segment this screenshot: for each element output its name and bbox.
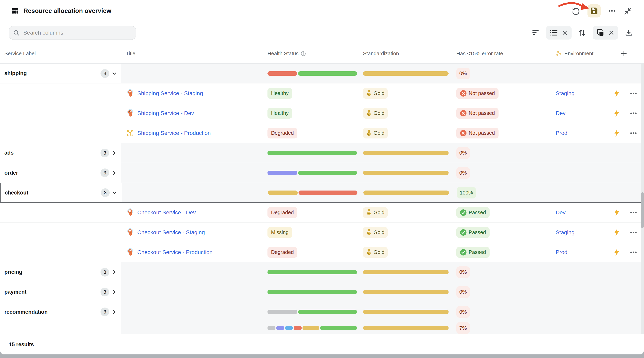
row-actions-cell [604, 203, 644, 222]
copy-cards-icon[interactable] [596, 29, 604, 37]
environment-link[interactable]: Dev [556, 110, 566, 116]
row-menu-icon[interactable] [629, 89, 638, 97]
error-rate-percent: 100% [457, 187, 476, 198]
octopus-avatar-icon [126, 208, 134, 217]
title-cell: Shipping Service - Production [122, 123, 265, 143]
view-list-icon[interactable] [550, 29, 558, 37]
undo-button[interactable] [572, 6, 581, 15]
standardization-cell [361, 183, 452, 202]
collapse-window-button[interactable] [623, 6, 632, 15]
chevron-right-icon[interactable] [111, 309, 117, 315]
sort-button[interactable] [578, 28, 587, 37]
standardization-bar [363, 326, 448, 330]
service-label-cell[interactable]: order3 [0, 163, 122, 183]
service-label-cell[interactable]: ads3 [0, 143, 122, 163]
octopus-avatar-icon [126, 109, 134, 118]
save-button[interactable] [588, 4, 600, 17]
medal-icon [366, 130, 372, 137]
bar-segment-red [294, 326, 302, 330]
service-title-link[interactable]: Checkout Service - Dev [137, 209, 196, 216]
chevron-down-icon[interactable] [111, 71, 117, 76]
environment-link[interactable]: Dev [556, 209, 566, 216]
environment-cell [554, 183, 604, 202]
service-title-link[interactable]: Checkout Service - Staging [137, 229, 205, 236]
health-status-badge: Degraded [268, 128, 297, 139]
group-row-ads: ads30% [0, 143, 644, 163]
error-rate-cell: 0% [452, 64, 554, 83]
environment-cell: Staging [554, 83, 604, 103]
environment-link[interactable]: Prod [556, 249, 568, 255]
health-distribution-bar [268, 290, 357, 294]
chevron-down-icon[interactable] [112, 190, 118, 196]
search-input[interactable] [23, 29, 127, 36]
tier-label: Gold [374, 229, 384, 235]
standardization-bar [363, 290, 448, 294]
service-title-link[interactable]: Checkout Service - Production [137, 249, 212, 255]
row-actions-cell [604, 83, 644, 103]
tier-label: Gold [374, 110, 384, 116]
service-label-cell[interactable]: pricing3 [0, 262, 122, 282]
medal-icon [366, 209, 372, 216]
add-column-header[interactable] [604, 44, 644, 63]
row-menu-icon[interactable] [629, 228, 638, 236]
service-label-cell[interactable]: recommendation3 [0, 302, 122, 322]
clear-group-icon[interactable] [608, 30, 614, 36]
lightning-icon[interactable] [614, 129, 620, 137]
group-count-badge: 3 [101, 188, 110, 197]
service-title-link[interactable]: Shipping Service - Production [137, 130, 211, 136]
environment-cell [554, 64, 604, 83]
standardization-cell [360, 302, 452, 322]
bar-segment-gray [268, 310, 297, 314]
health-status-cell: Degraded [265, 123, 360, 143]
lightning-icon[interactable] [614, 248, 620, 256]
bar-segment-green [320, 326, 357, 330]
lightning-icon[interactable] [614, 228, 620, 236]
lightning-icon[interactable] [614, 89, 620, 97]
environment-cell [554, 302, 604, 322]
row-menu-icon[interactable] [629, 109, 638, 117]
row-menu-icon[interactable] [629, 248, 638, 256]
chevron-right-icon[interactable] [111, 150, 117, 156]
error-rate-percent: 0% [456, 266, 470, 278]
group-row-pricing: pricing30% [0, 262, 644, 282]
check-label: Passed [469, 249, 486, 255]
check-label: Not passed [469, 90, 495, 96]
search-box[interactable] [9, 26, 136, 40]
chevron-right-icon[interactable] [111, 269, 117, 275]
service-label-cell[interactable]: payment3 [0, 282, 122, 302]
check-circle-icon [460, 229, 467, 236]
filter-button[interactable] [531, 28, 540, 37]
error-rate-percent: 0% [456, 286, 470, 298]
service-label-cell[interactable]: shipping3 [0, 64, 122, 83]
environment-link[interactable]: Staging [556, 90, 574, 97]
row-menu-icon[interactable] [629, 129, 638, 137]
scrollbar-thumb[interactable] [641, 192, 644, 228]
tier-label: Gold [374, 130, 384, 136]
lightning-icon[interactable] [614, 209, 620, 216]
error-rate-cell: 0% [452, 302, 554, 322]
row-actions-cell [604, 242, 644, 262]
row-actions-cell [604, 282, 644, 302]
info-icon[interactable] [300, 51, 306, 56]
download-button[interactable] [624, 28, 633, 37]
standardization-cell: Gold [360, 242, 452, 262]
clear-view-icon[interactable] [562, 30, 568, 36]
more-options-button[interactable] [608, 6, 616, 15]
chevron-right-icon[interactable] [111, 170, 117, 176]
service-title-link[interactable]: Shipping Service - Dev [137, 110, 194, 116]
environment-link[interactable]: Prod [556, 130, 568, 136]
row-menu-icon[interactable] [629, 209, 638, 216]
error-rate-cell: 0% [452, 163, 554, 183]
tier-label: Gold [374, 249, 384, 255]
standardization-bar [363, 151, 448, 155]
service-label-cell [0, 83, 122, 103]
service-title-link[interactable]: Shipping Service - Staging [137, 90, 203, 97]
service-label-cell[interactable]: checkout3 [1, 183, 122, 202]
group-count-badge: 3 [100, 169, 109, 177]
lightning-icon[interactable] [614, 109, 620, 117]
environment-link[interactable]: Staging [556, 229, 574, 236]
standardization-cell: Gold [360, 103, 452, 123]
chevron-right-icon[interactable] [111, 289, 117, 295]
group-label: shipping [4, 70, 27, 76]
error-rate-badge: Passed [456, 207, 490, 218]
